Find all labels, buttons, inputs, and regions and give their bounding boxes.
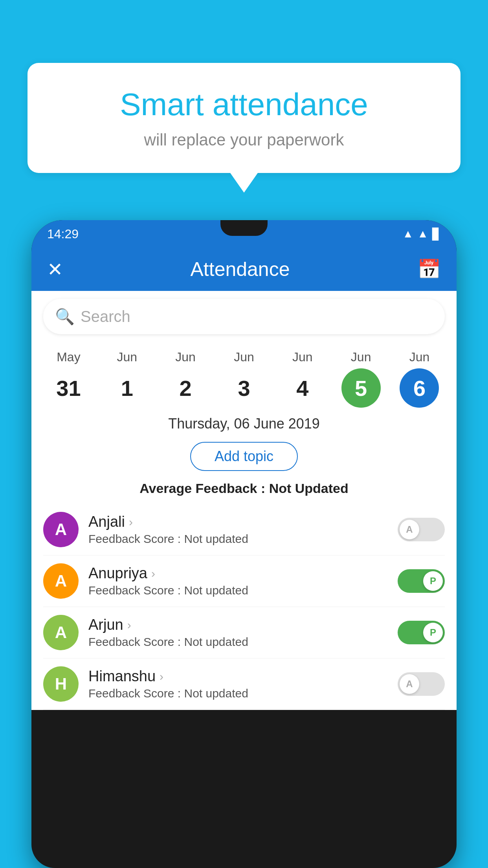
attendance-toggle-anupriya[interactable]: P bbox=[398, 569, 445, 593]
wifi-icon: ▲ bbox=[403, 228, 414, 240]
student-item-anjali[interactable]: A Anjali › Feedback Score : Not updated … bbox=[43, 504, 445, 555]
add-topic-button[interactable]: Add topic bbox=[190, 442, 298, 471]
cal-month-0: May bbox=[57, 350, 80, 364]
close-icon[interactable]: ✕ bbox=[47, 258, 63, 280]
student-feedback-arjun: Feedback Score : Not updated bbox=[88, 635, 388, 649]
student-item-anupriya[interactable]: A Anupriya › Feedback Score : Not update… bbox=[43, 555, 445, 607]
cal-date-2[interactable]: 2 bbox=[166, 368, 205, 408]
chevron-icon-anupriya: › bbox=[151, 567, 155, 580]
app-title: Attendance bbox=[191, 258, 290, 281]
calendar-day-2[interactable]: Jun 2 bbox=[160, 350, 211, 408]
student-name-anjali: Anjali › bbox=[88, 513, 388, 530]
selected-date: Thursday, 06 June 2019 bbox=[31, 408, 457, 436]
cal-month-4: Jun bbox=[292, 350, 313, 364]
phone-frame: 14:29 ▲ ▲ ▊ ✕ Attendance 📅 🔍 Search May … bbox=[31, 220, 457, 868]
chevron-icon-anjali: › bbox=[129, 515, 133, 529]
avg-feedback: Average Feedback : Not Updated bbox=[31, 477, 457, 504]
app-header: ✕ Attendance 📅 bbox=[31, 248, 457, 291]
student-info-anjali: Anjali › Feedback Score : Not updated bbox=[88, 513, 388, 546]
cal-date-6[interactable]: 6 bbox=[400, 368, 439, 408]
cal-month-5: Jun bbox=[351, 350, 371, 364]
cal-date-1[interactable]: 1 bbox=[107, 368, 147, 408]
calendar-day-4[interactable]: Jun 4 bbox=[277, 350, 328, 408]
search-bar[interactable]: 🔍 Search bbox=[43, 299, 445, 334]
search-icon: 🔍 bbox=[55, 307, 75, 326]
battery-icon: ▊ bbox=[432, 228, 441, 241]
student-info-anupriya: Anupriya › Feedback Score : Not updated bbox=[88, 565, 388, 597]
toggle-knob-anupriya: P bbox=[423, 571, 443, 591]
signal-icon: ▲ bbox=[417, 228, 428, 240]
student-item-himanshu[interactable]: H Himanshu › Feedback Score : Not update… bbox=[43, 658, 445, 710]
student-feedback-anjali: Feedback Score : Not updated bbox=[88, 532, 388, 546]
student-avatar-himanshu: H bbox=[43, 666, 79, 702]
cal-date-3[interactable]: 3 bbox=[224, 368, 264, 408]
bubble-subtitle: will replace your paperwork bbox=[55, 131, 433, 149]
cal-month-2: Jun bbox=[175, 350, 196, 364]
status-bar: 14:29 ▲ ▲ ▊ bbox=[31, 220, 457, 248]
cal-month-6: Jun bbox=[409, 350, 430, 364]
cal-date-5[interactable]: 5 bbox=[341, 368, 381, 408]
student-name-anupriya: Anupriya › bbox=[88, 565, 388, 582]
chevron-icon-arjun: › bbox=[127, 618, 131, 632]
toggle-knob-himanshu: A bbox=[400, 674, 419, 694]
cal-date-4[interactable]: 4 bbox=[283, 368, 322, 408]
cal-date-0[interactable]: 31 bbox=[49, 368, 88, 408]
status-time: 14:29 bbox=[47, 227, 79, 241]
calendar-strip: May 31 Jun 1 Jun 2 Jun 3 Jun 4 Jun 5 bbox=[31, 342, 457, 408]
phone-screen: 🔍 Search May 31 Jun 1 Jun 2 Jun 3 Jun bbox=[31, 291, 457, 710]
toggle-knob-arjun: P bbox=[423, 623, 443, 642]
bubble-title: Smart attendance bbox=[55, 86, 433, 123]
student-info-himanshu: Himanshu › Feedback Score : Not updated bbox=[88, 668, 388, 700]
search-input[interactable]: Search bbox=[81, 308, 130, 326]
student-feedback-anupriya: Feedback Score : Not updated bbox=[88, 584, 388, 597]
calendar-icon[interactable]: 📅 bbox=[417, 258, 441, 280]
speech-bubble: Smart attendance will replace your paper… bbox=[28, 63, 460, 173]
toggle-knob-anjali: A bbox=[400, 520, 419, 539]
student-feedback-himanshu: Feedback Score : Not updated bbox=[88, 687, 388, 700]
student-info-arjun: Arjun › Feedback Score : Not updated bbox=[88, 616, 388, 649]
cal-month-1: Jun bbox=[117, 350, 137, 364]
speech-bubble-container: Smart attendance will replace your paper… bbox=[28, 63, 460, 193]
status-icons: ▲ ▲ ▊ bbox=[403, 228, 441, 241]
avg-feedback-value: Not Updated bbox=[269, 481, 349, 496]
attendance-toggle-himanshu[interactable]: A bbox=[398, 672, 445, 696]
calendar-day-0[interactable]: May 31 bbox=[43, 350, 94, 408]
attendance-toggle-arjun[interactable]: P bbox=[398, 621, 445, 644]
notch bbox=[220, 220, 268, 236]
student-avatar-anjali: A bbox=[43, 512, 79, 547]
student-avatar-anupriya: A bbox=[43, 563, 79, 599]
student-item-arjun[interactable]: A Arjun › Feedback Score : Not updated P bbox=[43, 607, 445, 658]
speech-bubble-tail bbox=[230, 173, 258, 193]
avg-feedback-label: Average Feedback : bbox=[139, 481, 265, 496]
calendar-day-1[interactable]: Jun 1 bbox=[101, 350, 152, 408]
student-name-himanshu: Himanshu › bbox=[88, 668, 388, 685]
student-avatar-arjun: A bbox=[43, 615, 79, 650]
calendar-day-3[interactable]: Jun 3 bbox=[218, 350, 270, 408]
attendance-toggle-anjali[interactable]: A bbox=[398, 518, 445, 541]
cal-month-3: Jun bbox=[234, 350, 254, 364]
student-name-arjun: Arjun › bbox=[88, 616, 388, 633]
chevron-icon-himanshu: › bbox=[160, 670, 163, 683]
calendar-day-6[interactable]: Jun 6 bbox=[394, 350, 445, 408]
student-list: A Anjali › Feedback Score : Not updated … bbox=[31, 504, 457, 710]
calendar-day-5[interactable]: Jun 5 bbox=[336, 350, 387, 408]
